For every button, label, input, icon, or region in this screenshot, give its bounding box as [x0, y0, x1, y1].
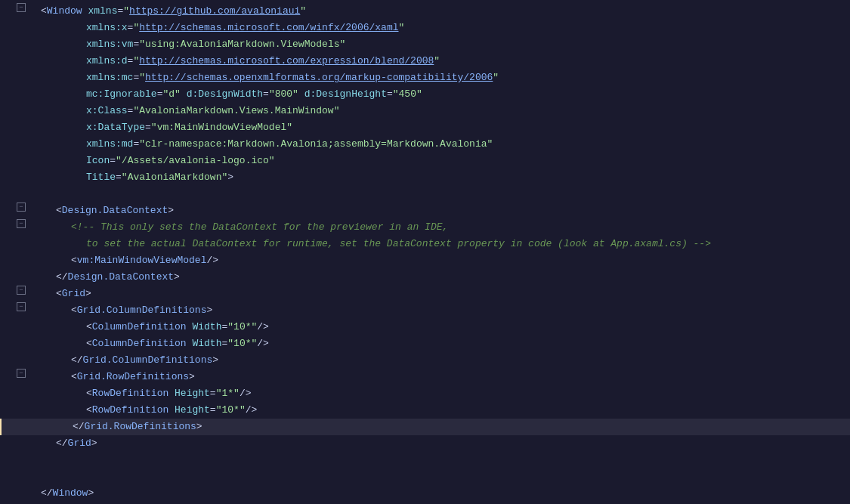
- line-content-2: xmlns:x="http://schemas.microsoft.com/wi…: [83, 20, 850, 36]
- code-line-18: −<Grid>: [0, 286, 850, 302]
- line-number-23: −: [0, 369, 30, 378]
- code-line-2: xmlns:x="http://schemas.microsoft.com/wi…: [0, 20, 850, 36]
- line-content-7: x:Class="AvaloniaMarkdown.Views.MainWind…: [83, 103, 850, 119]
- code-line-27: </Grid>: [0, 435, 850, 452]
- line-number-18: −: [0, 286, 30, 295]
- code-line-8: x:DataType="vm:MainWindowViewModel": [0, 119, 850, 136]
- line-content-30: </Window>: [38, 485, 850, 502]
- fold-button-19[interactable]: −: [17, 302, 26, 311]
- line-content-15: to set the actual DataContext for runtim…: [83, 236, 850, 252]
- code-line-16: <vm:MainWindowViewModel/>: [0, 252, 850, 269]
- code-line-10: Icon="/Assets/avalonia-logo.ico": [0, 153, 850, 169]
- code-line-29: [0, 468, 850, 485]
- code-line-12: [0, 186, 850, 203]
- code-line-3: xmlns:vm="using:AvaloniaMarkdown.ViewMod…: [0, 36, 850, 53]
- code-line-30: </Window>: [0, 485, 850, 502]
- line-content-26: </Grid.RowDefinitions>: [70, 419, 850, 435]
- fold-button-13[interactable]: −: [17, 203, 26, 212]
- line-content-9: xmlns:md="clr-namespace:Markdown.Avaloni…: [83, 136, 850, 153]
- code-line-15: to set the actual DataContext for runtim…: [0, 236, 850, 252]
- code-line-25: <RowDefinition Height="10*"/>: [0, 402, 850, 419]
- url-link[interactable]: http://schemas.openxmlformats.org/markup…: [145, 72, 493, 83]
- code-line-19: −<Grid.ColumnDefinitions>: [0, 302, 850, 319]
- url-link[interactable]: http://schemas.microsoft.com/expression/…: [139, 55, 434, 66]
- code-line-20: <ColumnDefinition Width="10*"/>: [0, 319, 850, 335]
- line-content-24: <RowDefinition Height="1*"/>: [83, 385, 850, 402]
- line-content-14: <!-- This only sets the DataContext for …: [68, 219, 850, 236]
- line-content-19: <Grid.ColumnDefinitions>: [68, 302, 850, 319]
- line-number-1: −: [0, 3, 30, 12]
- line-content-21: <ColumnDefinition Width="10*"/>: [83, 335, 850, 352]
- code-lines: −<Window xmlns="https://github.com/avalo…: [0, 0, 850, 504]
- fold-button-18[interactable]: −: [17, 286, 26, 295]
- line-content-16: <vm:MainWindowViewModel/>: [68, 252, 850, 269]
- line-content-1: <Window xmlns="https://github.com/avalon…: [38, 3, 850, 20]
- line-content-27: </Grid>: [53, 435, 850, 452]
- code-line-13: −<Design.DataContext>: [0, 203, 850, 219]
- code-line-11: Title="AvaloniaMarkdown">: [0, 169, 850, 186]
- fold-button-23[interactable]: −: [17, 369, 26, 378]
- line-content-11: Title="AvaloniaMarkdown">: [83, 169, 850, 186]
- code-line-1: −<Window xmlns="https://github.com/avalo…: [0, 3, 850, 20]
- code-editor: −<Window xmlns="https://github.com/avalo…: [0, 0, 850, 504]
- code-line-28: [0, 452, 850, 468]
- line-content-20: <ColumnDefinition Width="10*"/>: [83, 319, 850, 335]
- line-content-5: xmlns:mc="http://schemas.openxmlformats.…: [83, 70, 850, 86]
- line-content-23: <Grid.RowDefinitions>: [68, 369, 850, 385]
- line-number-14: −: [0, 219, 30, 228]
- line-content-22: </Grid.ColumnDefinitions>: [68, 352, 850, 369]
- code-line-5: xmlns:mc="http://schemas.openxmlformats.…: [0, 70, 850, 86]
- line-content-3: xmlns:vm="using:AvaloniaMarkdown.ViewMod…: [83, 36, 850, 53]
- code-line-26: </Grid.RowDefinitions>: [0, 419, 850, 435]
- url-link[interactable]: https://github.com/avaloniaui: [129, 5, 300, 17]
- code-line-22: </Grid.ColumnDefinitions>: [0, 352, 850, 369]
- line-content-13: <Design.DataContext>: [53, 203, 850, 219]
- line-content-6: mc:Ignorable="d" d:DesignWidth="800" d:D…: [83, 86, 850, 103]
- line-content-18: <Grid>: [53, 286, 850, 302]
- code-line-9: xmlns:md="clr-namespace:Markdown.Avaloni…: [0, 136, 850, 153]
- fold-button-1[interactable]: −: [17, 3, 26, 12]
- url-link[interactable]: http://schemas.microsoft.com/winfx/2006/…: [139, 22, 398, 33]
- code-line-23: −<Grid.RowDefinitions>: [0, 369, 850, 385]
- code-line-6: mc:Ignorable="d" d:DesignWidth="800" d:D…: [0, 86, 850, 103]
- line-content-4: xmlns:d="http://schemas.microsoft.com/ex…: [83, 53, 850, 70]
- code-line-24: <RowDefinition Height="1*"/>: [0, 385, 850, 402]
- line-content-17: </Design.DataContext>: [53, 269, 850, 286]
- line-number-19: −: [0, 302, 30, 311]
- line-number-13: −: [0, 203, 30, 212]
- line-content-8: x:DataType="vm:MainWindowViewModel": [83, 119, 850, 136]
- fold-button-14[interactable]: −: [17, 219, 26, 228]
- line-content-25: <RowDefinition Height="10*"/>: [83, 402, 850, 419]
- code-line-14: −<!-- This only sets the DataContext for…: [0, 219, 850, 236]
- code-line-4: xmlns:d="http://schemas.microsoft.com/ex…: [0, 53, 850, 70]
- code-line-7: x:Class="AvaloniaMarkdown.Views.MainWind…: [0, 103, 850, 119]
- line-content-10: Icon="/Assets/avalonia-logo.ico": [83, 153, 850, 169]
- code-line-17: </Design.DataContext>: [0, 269, 850, 286]
- code-line-21: <ColumnDefinition Width="10*"/>: [0, 335, 850, 352]
